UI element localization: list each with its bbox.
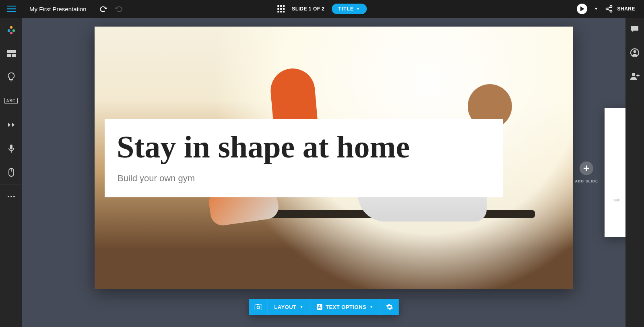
svg-rect-8 [283,11,285,12]
title-text-block[interactable]: Stay in shape at home Build your own gym [105,119,503,197]
svg-rect-3 [277,8,279,10]
svg-point-14 [12,29,14,31]
menu-icon[interactable] [0,6,22,12]
slide-type-dropdown[interactable]: TITLE ▼ [332,4,367,14]
inspiration-icon[interactable] [0,65,22,89]
text-options-dropdown[interactable]: A TEXT OPTIONS ▼ [310,299,380,315]
add-slide-button[interactable] [580,161,593,175]
svg-rect-19 [10,145,12,149]
svg-point-9 [606,8,608,10]
svg-rect-4 [280,8,282,10]
slide-subhead[interactable]: Build your own gym [118,173,491,184]
voice-icon[interactable] [0,137,22,160]
svg-rect-1 [280,5,282,7]
svg-rect-0 [277,5,279,7]
redo-button[interactable] [113,3,124,14]
svg-point-26 [634,50,636,53]
slide-toolbar: LAYOUT ▼ A TEXT OPTIONS ▼ [249,299,398,315]
svg-point-11 [610,10,612,12]
layout-label: LAYOUT [274,304,296,310]
more-icon[interactable] [0,184,22,208]
text-icon: A [317,304,322,310]
svg-rect-5 [283,8,285,10]
svg-point-23 [10,196,12,197]
svg-rect-30 [256,304,258,305]
canvas-area: Stay in shape at home Build your own gym… [22,18,625,327]
right-sidebar [625,18,644,327]
svg-rect-2 [283,5,285,7]
presentation-title[interactable]: My First Presentation [22,6,94,12]
account-icon[interactable] [625,41,644,64]
slide-indicator: SLIDE 1 OF 2 [292,6,324,12]
svg-point-24 [13,196,15,197]
svg-rect-16 [7,50,16,53]
slide-type-label: TITLE [339,6,354,12]
top-center-controls: SLIDE 1 OF 2 TITLE ▼ [277,4,367,14]
top-bar: My First Presentation SLIDE 1 OF 2 TITLE… [0,0,644,18]
share-label: SHARE [617,6,635,12]
play-button[interactable] [577,4,587,14]
svg-text:A: A [318,304,321,309]
chevron-down-icon: ▼ [356,7,360,11]
image-button[interactable] [249,299,268,315]
play-icon [580,6,584,11]
play-options-dropdown[interactable]: ▼ [594,7,598,11]
invite-user-icon[interactable] [625,64,644,88]
share-button[interactable]: SHARE [605,5,635,13]
svg-rect-18 [12,54,16,57]
svg-rect-28 [254,305,262,310]
top-right-controls: ▼ SHARE [577,4,644,14]
next-slide-thumbnail[interactable]: Buil [605,108,625,237]
layout-icon[interactable] [0,41,22,65]
undo-button[interactable] [98,3,109,14]
svg-rect-17 [7,54,11,57]
svg-point-15 [10,31,12,34]
text-options-label: TEXT OPTIONS [326,304,366,310]
abc-badge-label: ABC [4,98,18,104]
svg-rect-6 [277,11,279,12]
slide-headline[interactable]: Stay in shape at home [117,132,491,162]
animations-icon[interactable] [0,113,22,137]
svg-rect-7 [280,11,282,12]
chevron-down-icon: ▼ [300,305,303,309]
gear-icon [386,303,393,310]
add-slide-control: ADD SLIDE [575,161,598,183]
plus-icon [583,165,590,172]
share-icon [605,5,613,13]
comments-icon[interactable] [625,18,644,41]
settings-button[interactable] [380,299,399,315]
camera-icon [254,304,262,310]
add-slide-label: ADD SLIDE [575,179,598,183]
svg-point-12 [10,26,12,28]
next-thumb-subhead: Buil [613,198,619,202]
layout-dropdown[interactable]: LAYOUT ▼ [268,299,310,315]
spellcheck-icon[interactable]: ABC [0,89,22,113]
current-slide[interactable]: Stay in shape at home Build your own gym [95,27,573,289]
svg-point-27 [632,73,635,76]
svg-point-13 [7,29,10,31]
left-sidebar: ABC [0,18,22,327]
theme-icon[interactable] [0,18,22,41]
slide-grid-icon[interactable] [277,5,285,12]
svg-point-10 [610,6,612,8]
chevron-down-icon: ▼ [369,305,373,309]
svg-point-29 [257,306,259,308]
clicker-icon[interactable] [0,160,22,184]
svg-point-22 [8,196,9,197]
